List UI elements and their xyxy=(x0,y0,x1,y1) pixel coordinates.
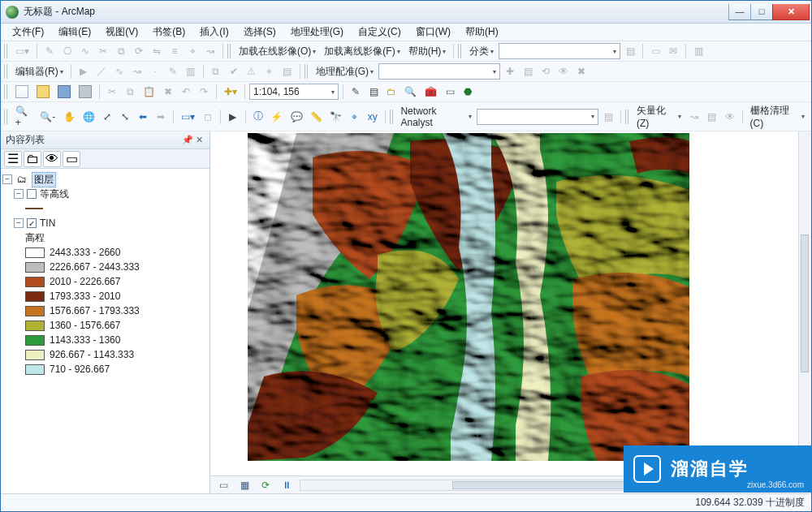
menu-file[interactable]: 文件(F) xyxy=(6,24,50,41)
vectorize-dropdown[interactable]: 矢量化(Z)▾ xyxy=(633,104,685,129)
go-to-xy-icon[interactable]: xy xyxy=(365,109,381,125)
menu-help[interactable]: 帮助(H) xyxy=(459,24,505,41)
mail-icon[interactable]: ✉ xyxy=(665,43,681,59)
pause-drawing-icon[interactable]: ⏸ xyxy=(279,478,295,493)
pin-icon[interactable]: 📌 xyxy=(182,135,193,145)
paste-icon[interactable]: 📋 xyxy=(140,84,158,100)
legend-row[interactable]: 1576.667 - 1793.333 xyxy=(2,303,208,318)
search-window-icon[interactable]: 🔍 xyxy=(401,84,420,100)
editor-dropdown[interactable]: 编辑器(R)▾ xyxy=(12,65,67,79)
vertical-scrollbar[interactable] xyxy=(798,131,811,475)
collapse-icon[interactable]: − xyxy=(2,174,12,184)
delete-link-icon[interactable]: ✖ xyxy=(573,63,590,80)
vectorize-preview-icon[interactable]: 👁 xyxy=(722,109,738,125)
checkbox-checked[interactable]: ✓ xyxy=(27,218,37,228)
toc-icon[interactable]: ▤ xyxy=(365,84,382,100)
toolbar-grip[interactable] xyxy=(4,44,8,58)
save-icon[interactable] xyxy=(54,84,74,100)
load-contour-imagery-dropdown[interactable]: 加载离线影像(F)▾ xyxy=(321,45,403,58)
toc-contour-node[interactable]: − 等高线 xyxy=(2,187,208,201)
open-icon[interactable] xyxy=(33,84,53,100)
toc-tab-source[interactable]: 🗀 xyxy=(24,151,41,167)
map-canvas[interactable] xyxy=(248,133,689,461)
python-icon[interactable]: ▭ xyxy=(442,84,458,100)
georef-dropdown[interactable]: 地理配准(G)▾ xyxy=(313,65,377,79)
selection-tool-icon[interactable]: ▭▾ xyxy=(12,43,32,59)
zoom-in-icon[interactable]: 🔍+ xyxy=(12,109,36,125)
auto-adjust-icon[interactable]: ⟲ xyxy=(538,63,554,80)
classify-combo[interactable]: ▾ xyxy=(499,43,620,59)
select-features-icon[interactable]: ▭▾ xyxy=(178,109,197,125)
reshape-icon[interactable]: ∿ xyxy=(77,43,93,59)
menu-bookmark[interactable]: 书签(B) xyxy=(146,24,192,41)
data-view-tab[interactable]: ▭ xyxy=(215,478,231,493)
delete-icon[interactable]: ✖ xyxy=(160,84,176,100)
scale-combo[interactable]: 1:104, 156▾ xyxy=(249,84,339,100)
network-analyst-dropdown[interactable]: Network Analyst▾ xyxy=(397,105,475,128)
zoom-out-icon[interactable]: 🔍- xyxy=(37,109,58,125)
cut-polygon-icon[interactable]: ⎔ xyxy=(59,43,76,59)
collapse-icon[interactable]: − xyxy=(14,218,24,228)
print-icon[interactable] xyxy=(76,84,95,100)
layer-icon[interactable]: ▭ xyxy=(647,43,663,59)
edit-tool-icon[interactable]: ✎ xyxy=(165,63,181,80)
attribute-icon[interactable]: ▥ xyxy=(183,63,199,80)
legend-row[interactable]: 926.667 - 1143.333 xyxy=(2,347,208,362)
vectorize-tool-icon[interactable]: ↝ xyxy=(686,109,702,125)
align-icon[interactable]: ≡ xyxy=(166,43,183,59)
copy-icon[interactable]: ⧉ xyxy=(122,84,138,100)
arctoolbox-icon[interactable]: 🧰 xyxy=(421,84,440,100)
model-builder-icon[interactable]: ⬣ xyxy=(460,84,476,100)
legend-row[interactable]: 1143.333 - 1360 xyxy=(2,333,208,347)
grid-clean-dropdown[interactable]: 栅格清理(C)▾ xyxy=(747,104,808,129)
menu-view[interactable]: 视图(V) xyxy=(99,24,145,41)
cut-icon[interactable]: ✂ xyxy=(104,84,120,100)
map-view[interactable] xyxy=(210,131,798,475)
snap-icon[interactable]: ⌖ xyxy=(184,43,201,59)
load-online-imagery-dropdown[interactable]: 加载在线影像(O)▾ xyxy=(235,45,319,58)
measure-icon[interactable]: 📏 xyxy=(307,109,325,125)
close-button[interactable]: ✕ xyxy=(772,4,810,20)
scrollbar-thumb[interactable] xyxy=(801,234,809,372)
menu-geoproc[interactable]: 地理处理(G) xyxy=(284,24,350,41)
fixed-zoom-out-icon[interactable]: ⤡ xyxy=(117,109,133,125)
split-icon[interactable]: ✂ xyxy=(95,43,111,59)
na-window-icon[interactable]: ▤ xyxy=(600,109,616,125)
legend-row[interactable]: 1793.333 - 2010 xyxy=(2,289,208,303)
merge-icon[interactable]: ⧉ xyxy=(113,43,129,59)
toolbar-grip[interactable] xyxy=(390,110,394,124)
toolbar-grip[interactable] xyxy=(304,64,309,79)
catalog-icon[interactable]: 🗀 xyxy=(383,84,400,100)
add-control-point-icon[interactable]: ✚ xyxy=(502,63,518,80)
editor-toolbar-icon[interactable]: ✎ xyxy=(348,84,364,100)
toc-tab-selection[interactable]: ▭ xyxy=(63,151,80,167)
network-analyst-combo[interactable]: ▾ xyxy=(477,109,598,125)
validate-icon[interactable]: ✔ xyxy=(226,63,242,80)
find-icon[interactable]: 🔭 xyxy=(326,109,344,125)
toc-tin-node[interactable]: − ✓ TIN xyxy=(2,216,208,230)
refresh-icon[interactable]: ⟳ xyxy=(257,478,274,493)
toc-root-node[interactable]: − 🗂 图层 xyxy=(2,172,208,187)
menu-custom[interactable]: 自定义(C) xyxy=(352,24,408,41)
table-icon[interactable]: ▤ xyxy=(622,43,638,59)
georef-layer-combo[interactable]: ▾ xyxy=(378,63,500,80)
error-icon[interactable]: ⚠ xyxy=(244,63,260,80)
toc-tab-visibility[interactable]: 👁 xyxy=(43,151,61,167)
pointer-icon[interactable]: ▶ xyxy=(76,63,92,80)
target-icon[interactable]: ⌖ xyxy=(261,63,278,80)
checkbox-unchecked[interactable] xyxy=(27,189,37,199)
minimize-button[interactable]: — xyxy=(728,4,751,20)
toc-tab-drawing-order[interactable]: ☰ xyxy=(4,151,22,167)
identify-icon[interactable]: ⓘ xyxy=(250,109,266,125)
topo-icon[interactable]: ⧉ xyxy=(208,63,224,80)
help-dropdown[interactable]: 帮助(H)▾ xyxy=(405,45,450,58)
collapse-icon[interactable]: − xyxy=(14,189,24,199)
rotate-icon[interactable]: ⟳ xyxy=(131,43,147,59)
legend-row[interactable]: 2443.333 - 2660 xyxy=(2,245,208,260)
contour-symbol[interactable] xyxy=(2,201,208,216)
menu-window[interactable]: 窗口(W) xyxy=(409,24,457,41)
add-data-icon[interactable]: ✚▾ xyxy=(221,84,240,100)
toolbar-grip[interactable] xyxy=(4,64,8,79)
new-doc-icon[interactable] xyxy=(12,84,32,100)
select-elements-icon[interactable]: ▶ xyxy=(225,109,241,125)
